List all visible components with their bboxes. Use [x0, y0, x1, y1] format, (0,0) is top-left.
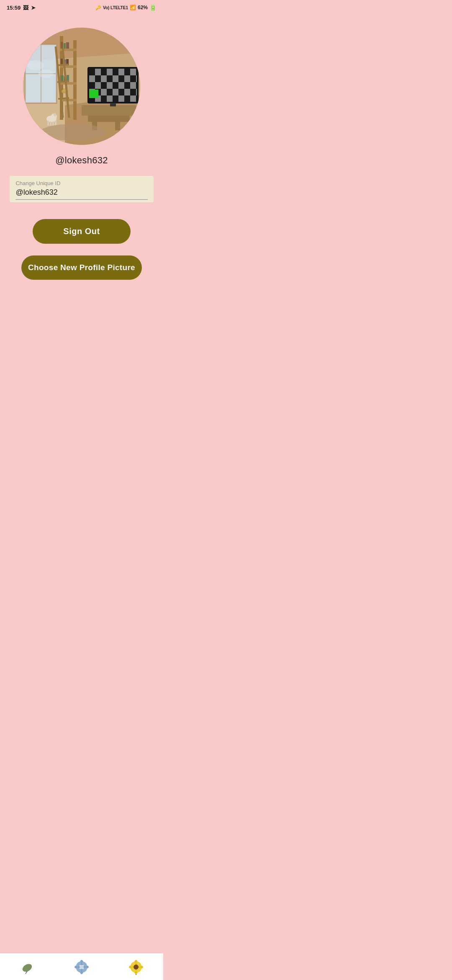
svg-rect-65: [50, 121, 51, 126]
sign-out-button[interactable]: Sign Out: [33, 219, 131, 244]
svg-rect-64: [47, 121, 49, 126]
svg-point-10: [39, 70, 54, 78]
svg-rect-50: [107, 89, 113, 95]
svg-rect-18: [64, 43, 66, 49]
signal-icon: 📶: [130, 5, 136, 10]
svg-rect-45: [101, 82, 107, 89]
status-right: 🔑 Vo) LTELTE1 📶 62% 🔋: [95, 4, 157, 11]
svg-rect-12: [73, 40, 77, 120]
network-label: Vo) LTELTE1: [103, 5, 128, 10]
svg-rect-38: [124, 69, 130, 75]
svg-line-71: [56, 64, 68, 65]
svg-rect-47: [124, 82, 130, 89]
svg-rect-54: [101, 95, 107, 102]
svg-rect-67: [55, 121, 56, 126]
svg-rect-17: [61, 42, 63, 49]
svg-rect-46: [113, 82, 118, 89]
battery-percent: 62%: [138, 5, 148, 10]
unique-id-section[interactable]: Change Unique ID: [10, 176, 153, 202]
choose-profile-picture-button[interactable]: Choose New Profile Picture: [21, 255, 142, 280]
svg-rect-42: [118, 75, 124, 82]
profile-section: @lokesh632 Change Unique ID Sign Out Cho…: [0, 15, 163, 313]
svg-rect-19: [66, 42, 69, 49]
svg-point-68: [40, 124, 107, 141]
profile-picture[interactable]: [23, 28, 140, 145]
svg-rect-43: [130, 75, 136, 82]
username-display: @lokesh632: [55, 155, 108, 166]
svg-line-72: [57, 81, 69, 82]
svg-rect-37: [113, 69, 118, 75]
svg-rect-29: [88, 116, 130, 122]
send-icon: ➤: [31, 5, 36, 11]
svg-rect-60: [110, 103, 116, 106]
svg-rect-55: [113, 95, 118, 102]
svg-rect-41: [107, 75, 113, 82]
svg-rect-36: [101, 69, 107, 75]
svg-line-73: [58, 98, 69, 99]
svg-rect-28: [82, 105, 136, 116]
svg-rect-31: [115, 122, 120, 130]
status-bar: 15:59 🖼 ➤ 🔑 Vo) LTELTE1 📶 62% 🔋: [0, 0, 163, 15]
svg-rect-52: [130, 89, 136, 95]
status-left: 15:59 🖼 ➤: [7, 5, 36, 11]
time-display: 15:59: [7, 5, 21, 11]
battery-icon: 🔋: [149, 4, 157, 11]
svg-rect-51: [118, 89, 124, 95]
svg-rect-35: [89, 69, 95, 75]
unique-id-label: Change Unique ID: [15, 180, 147, 186]
svg-rect-56: [124, 95, 130, 102]
room-illustration: [23, 28, 140, 145]
svg-rect-58: [89, 90, 98, 98]
gallery-icon: 🖼: [23, 5, 28, 11]
svg-rect-44: [89, 82, 95, 89]
svg-point-9: [27, 60, 44, 70]
unique-id-input[interactable]: [15, 188, 147, 200]
svg-point-63: [54, 113, 56, 116]
key-icon: 🔑: [95, 5, 101, 10]
svg-rect-40: [95, 75, 101, 82]
svg-rect-66: [52, 121, 54, 126]
